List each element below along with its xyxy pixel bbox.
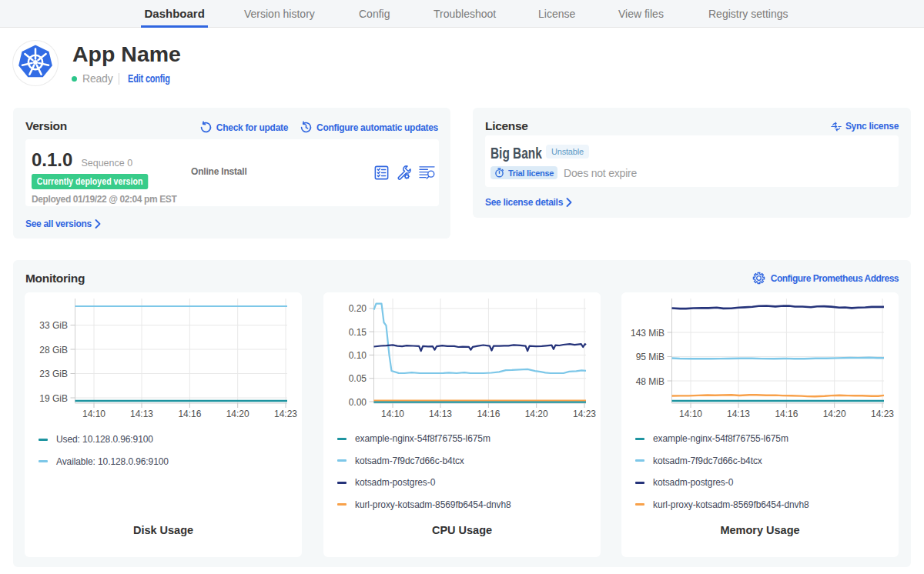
svg-text:143 MiB: 143 MiB [631,328,665,339]
svg-text:95 MiB: 95 MiB [636,352,665,362]
svg-text:14:23: 14:23 [274,409,297,419]
svg-text:14:23: 14:23 [573,409,596,419]
svg-text:14:13: 14:13 [727,409,750,419]
svg-text:14:10: 14:10 [82,409,105,419]
svg-text:0.15: 0.15 [349,327,367,338]
svg-text:14:16: 14:16 [178,409,201,419]
svg-text:14:10: 14:10 [679,409,702,419]
svg-text:14:10: 14:10 [381,409,404,419]
svg-text:0.10: 0.10 [349,350,367,361]
svg-text:28 GiB: 28 GiB [39,345,68,355]
svg-text:14:16: 14:16 [477,409,500,419]
svg-text:0.05: 0.05 [349,373,367,384]
svg-text:0.00: 0.00 [349,397,367,408]
svg-text:14:13: 14:13 [130,409,153,419]
svg-text:48 MiB: 48 MiB [636,376,665,387]
svg-text:14:23: 14:23 [871,409,894,419]
svg-text:14:20: 14:20 [226,409,249,419]
svg-text:14:20: 14:20 [823,409,846,419]
svg-text:23 GiB: 23 GiB [39,369,68,379]
svg-text:19 GiB: 19 GiB [39,393,68,404]
svg-text:14:13: 14:13 [429,409,452,419]
svg-text:0.20: 0.20 [349,303,367,314]
svg-text:14:20: 14:20 [525,409,548,419]
svg-text:33 GiB: 33 GiB [39,320,68,331]
svg-text:14:16: 14:16 [775,409,798,419]
